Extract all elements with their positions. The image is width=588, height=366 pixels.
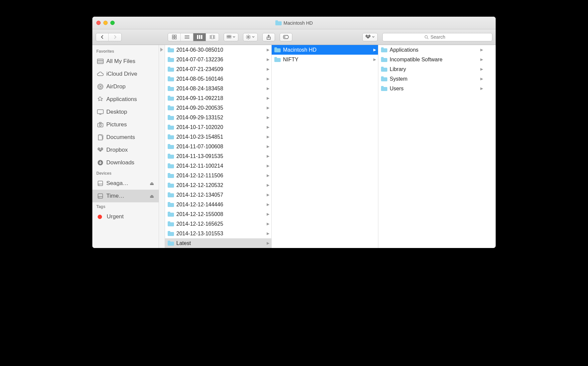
list-item[interactable]: Incompatible Software▶: [378, 55, 485, 64]
folder-icon: [168, 125, 174, 130]
all-my-files-icon: [97, 58, 104, 65]
list-item[interactable]: Users▶: [378, 84, 485, 93]
eject-icon[interactable]: ⏏: [150, 193, 154, 199]
list-item-label: 2014-09-29-133152: [176, 115, 264, 121]
folder-icon: [381, 47, 387, 52]
chevron-right-icon: ▶: [267, 86, 269, 91]
chevron-right-icon: ▶: [267, 135, 269, 139]
folder-icon: [168, 183, 174, 188]
list-item[interactable]: 2014-12-11-100214▶: [165, 161, 271, 171]
tags-button[interactable]: [280, 33, 292, 41]
sidebar-item[interactable]: Downloads: [92, 156, 159, 169]
sidebar-item[interactable]: All My Files: [92, 55, 159, 68]
list-item[interactable]: 2014-07-07-132236▶: [165, 55, 271, 64]
sidebar-item[interactable]: Documents: [92, 131, 159, 144]
tag-icon: [283, 35, 289, 39]
list-item[interactable]: 2014-12-12-165625▶: [165, 219, 271, 229]
svg-rect-7: [197, 35, 198, 39]
list-item[interactable]: 2014-12-12-134057▶: [165, 190, 271, 200]
list-item-label: 2014-07-21-234509: [176, 66, 264, 72]
nav-buttons: [96, 33, 122, 41]
gear-icon: [246, 35, 251, 39]
action-button[interactable]: [243, 33, 258, 41]
svg-line-25: [249, 38, 250, 39]
svg-rect-3: [175, 37, 176, 39]
forward-button[interactable]: [109, 33, 121, 41]
sidebar-expand-handle[interactable]: [159, 45, 165, 248]
eject-icon[interactable]: ⏏: [150, 181, 154, 186]
chevron-right-icon: ▶: [267, 57, 269, 62]
list-item[interactable]: 2014-11-13-091535▶: [165, 151, 271, 161]
sidebar-item[interactable]: Desktop: [92, 106, 159, 118]
sidebar-item[interactable]: Applications: [92, 93, 159, 106]
svg-rect-16: [227, 37, 228, 38]
sidebar-item[interactable]: Time…⏏: [92, 190, 159, 202]
list-item[interactable]: 2014-07-21-234509▶: [165, 64, 271, 74]
list-item[interactable]: NIFTY▶: [272, 55, 378, 64]
svg-line-26: [247, 38, 247, 39]
list-item-label: Incompatible Software: [390, 57, 478, 63]
chevron-right-icon: ▶: [267, 144, 269, 149]
list-item[interactable]: System▶: [378, 74, 485, 84]
list-item[interactable]: 2014-11-07-100608▶: [165, 142, 271, 151]
svg-point-47: [99, 185, 99, 185]
share-button[interactable]: [262, 33, 275, 41]
list-item-label: 2014-12-12-111506: [176, 173, 264, 179]
close-button[interactable]: [96, 21, 101, 25]
folder-icon: [168, 221, 174, 226]
search-input[interactable]: [431, 34, 451, 40]
chevron-right-icon: ▶: [480, 67, 483, 71]
icloud-icon: [97, 71, 104, 77]
list-item-label: Library: [390, 66, 478, 72]
list-item[interactable]: 2014-09-20-200535▶: [165, 103, 271, 113]
list-item[interactable]: 2014-12-13-101553▶: [165, 229, 271, 238]
column-view-button[interactable]: [193, 33, 206, 41]
list-item[interactable]: Library▶: [378, 64, 485, 74]
sidebar-item[interactable]: iCloud Drive: [92, 68, 159, 80]
dropbox-toolbar-button[interactable]: [362, 33, 378, 41]
list-item-label: 2014-10-23-154851: [176, 134, 264, 140]
list-item[interactable]: Latest▶: [165, 238, 271, 248]
svg-rect-32: [97, 60, 103, 64]
arrange-button[interactable]: [224, 33, 238, 41]
search-field[interactable]: [382, 33, 492, 41]
list-item[interactable]: 2014-08-24-183458▶: [165, 84, 271, 93]
svg-line-24: [247, 35, 247, 36]
sidebar-item[interactable]: Urgent: [92, 210, 159, 223]
sidebar-item-label: All My Files: [106, 58, 154, 65]
chevron-right-icon: [160, 48, 163, 52]
list-item[interactable]: 2014-12-12-111506▶: [165, 171, 271, 180]
back-button[interactable]: [96, 33, 109, 41]
folder-icon: [168, 115, 174, 120]
applications-icon: [97, 96, 104, 103]
list-item[interactable]: 2014-10-17-102020▶: [165, 122, 271, 132]
list-item[interactable]: Applications▶: [378, 45, 485, 55]
folder-icon: [168, 241, 174, 246]
sidebar-item[interactable]: AirDrop: [92, 80, 159, 93]
list-item[interactable]: Macintosh HD▶: [272, 45, 378, 55]
sidebar-section-header: Favorites: [92, 47, 159, 55]
list-item[interactable]: 2014-10-23-154851▶: [165, 132, 271, 142]
minimize-button[interactable]: [103, 21, 108, 25]
list-item-label: Applications: [390, 47, 478, 53]
folder-icon: [168, 173, 174, 178]
svg-point-43: [99, 124, 101, 126]
maximize-button[interactable]: [110, 21, 115, 25]
list-item[interactable]: 2014-09-29-133152▶: [165, 113, 271, 122]
list-item[interactable]: 2014-09-11-092218▶: [165, 93, 271, 103]
list-item[interactable]: 2014-12-12-144446▶: [165, 200, 271, 209]
chevron-right-icon: ▶: [267, 222, 269, 226]
list-item-label: 2014-12-12-155008: [176, 211, 264, 217]
sidebar-item[interactable]: Seaga…⏏: [92, 177, 159, 190]
coverflow-view-button[interactable]: [206, 33, 219, 41]
icon-view-button[interactable]: [168, 33, 181, 41]
sidebar-item[interactable]: Pictures: [92, 118, 159, 131]
list-view-button[interactable]: [181, 33, 193, 41]
list-item[interactable]: 2014-12-12-155008▶: [165, 209, 271, 219]
sidebar-item[interactable]: Dropbox: [92, 144, 159, 156]
chevron-right-icon: ▶: [267, 231, 269, 236]
list-item[interactable]: 2014-08-05-160146▶: [165, 74, 271, 84]
list-item[interactable]: 2014-06-30-085010▶: [165, 45, 271, 55]
list-item[interactable]: 2014-12-12-120532▶: [165, 180, 271, 190]
list-item-label: 2014-08-24-183458: [176, 86, 264, 92]
